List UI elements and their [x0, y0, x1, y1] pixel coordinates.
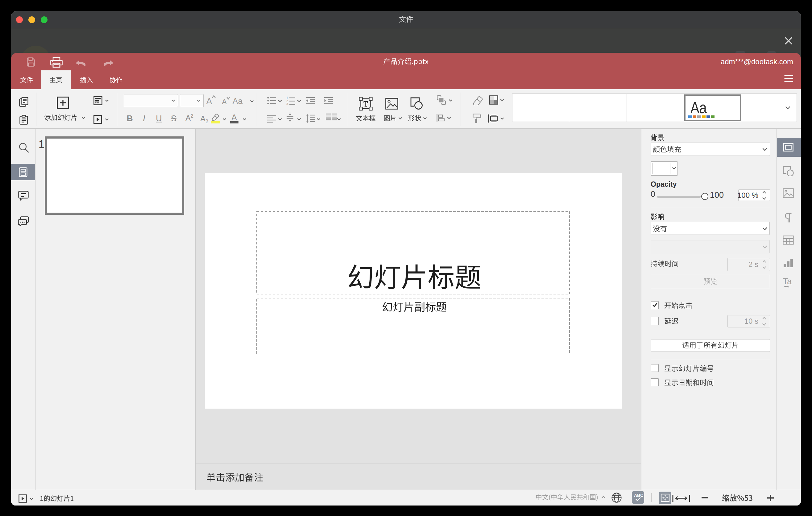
svg-text:ABC: ABC [634, 493, 643, 498]
svg-text:3: 3 [286, 103, 288, 105]
svg-text:1: 1 [286, 96, 288, 100]
svg-text:Ta: Ta [783, 277, 792, 286]
